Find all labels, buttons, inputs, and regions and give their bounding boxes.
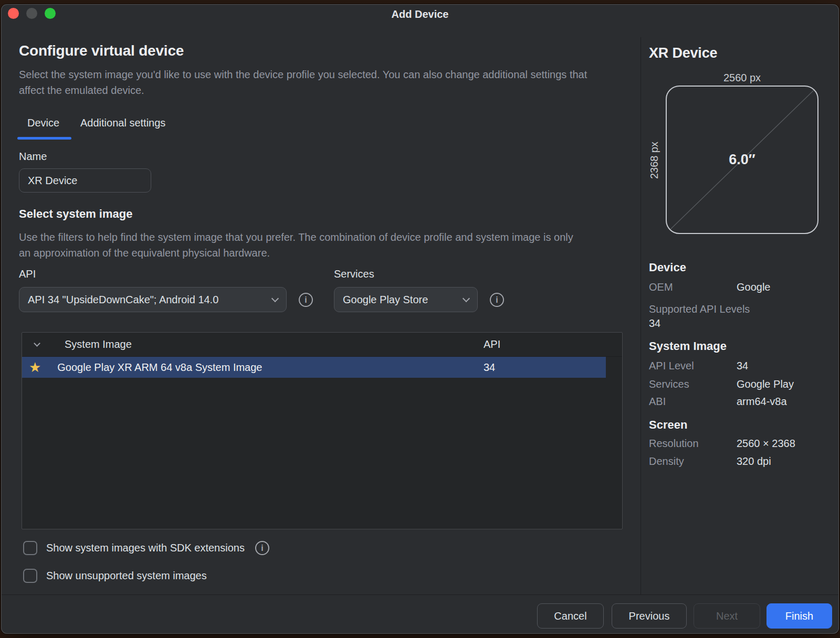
system-image-api: 34	[484, 361, 495, 374]
unsupported-images-row: Show unsupported system images	[23, 569, 207, 583]
screen-diagonal-size: 6.0″	[667, 152, 817, 168]
screen-height-label: 2368 px	[648, 141, 660, 180]
services-dropdown[interactable]: Google Play Store	[334, 287, 478, 312]
finish-button[interactable]: Finish	[766, 603, 832, 629]
chevron-down-icon	[463, 294, 470, 302]
screen-width-label: 2560 px	[666, 72, 818, 84]
page-description: Select the system image you'd like to us…	[19, 67, 591, 98]
name-input[interactable]: XR Device	[19, 168, 151, 193]
api-level-label: API Level	[649, 360, 694, 372]
column-header-system-image: System Image	[65, 338, 132, 350]
supported-api-value: 34	[649, 317, 660, 329]
chevron-down-icon	[271, 294, 279, 302]
screen-diagram: 6.0″	[666, 86, 818, 234]
abi-label: ABI	[649, 396, 666, 408]
services-dropdown-value: Google Play Store	[343, 294, 428, 306]
system-image-name: Google Play XR ARM 64 v8a System Image	[57, 361, 262, 374]
footer-divider	[2, 594, 838, 595]
services-info-icon[interactable]: i	[490, 293, 504, 307]
screen-section-heading: Screen	[649, 418, 687, 432]
tab-device[interactable]: Device	[27, 117, 59, 129]
device-preview-title: XR Device	[649, 45, 717, 61]
services-detail-value: Google Play	[737, 378, 794, 390]
unsupported-images-label: Show unsupported system images	[46, 570, 207, 582]
resolution-value: 2560 × 2368	[737, 438, 795, 450]
panel-divider	[640, 37, 641, 594]
table-row[interactable]: ★ Google Play XR ARM 64 v8a System Image…	[22, 357, 606, 378]
api-info-icon[interactable]: i	[299, 293, 313, 307]
previous-button[interactable]: Previous	[612, 603, 687, 629]
add-device-dialog: Add Device Configure virtual device Sele…	[1, 4, 839, 634]
api-dropdown-value: API 34 "UpsideDownCake"; Android 14.0	[28, 294, 218, 306]
system-image-table: System Image API ★ Google Play XR ARM 64…	[22, 332, 623, 529]
supported-api-label: Supported API Levels	[649, 303, 750, 315]
table-header-row: System Image API	[22, 333, 622, 357]
resolution-label: Resolution	[649, 438, 699, 450]
unsupported-images-checkbox[interactable]	[23, 569, 37, 583]
page-title: Configure virtual device	[19, 42, 184, 59]
oem-value: Google	[737, 281, 771, 293]
sdk-extensions-info-icon[interactable]: i	[255, 541, 269, 555]
api-level-value: 34	[737, 360, 748, 372]
next-button[interactable]: Next	[694, 603, 760, 629]
sdk-extensions-label: Show system images with SDK extensions	[46, 542, 245, 554]
cancel-button[interactable]: Cancel	[537, 603, 604, 629]
sdk-extensions-checkbox[interactable]	[23, 541, 37, 555]
tab-additional-settings[interactable]: Additional settings	[80, 117, 165, 129]
collapse-group-chevron-icon[interactable]	[34, 340, 40, 347]
abi-value: arm64-v8a	[737, 396, 787, 408]
density-value: 320 dpi	[737, 455, 771, 467]
api-dropdown[interactable]: API 34 "UpsideDownCake"; Android 14.0	[19, 287, 287, 312]
api-filter-label: API	[19, 268, 36, 280]
density-label: Density	[649, 455, 684, 467]
sdk-extensions-row: Show system images with SDK extensions i	[23, 541, 269, 555]
system-image-section-title: Select system image	[19, 207, 132, 221]
oem-label: OEM	[649, 281, 673, 293]
system-image-details-heading: System Image	[649, 339, 727, 353]
window-title: Add Device	[2, 8, 838, 20]
star-icon[interactable]: ★	[29, 360, 41, 374]
column-header-api: API	[484, 338, 500, 350]
active-tab-indicator	[17, 137, 71, 140]
name-label: Name	[19, 151, 47, 163]
services-filter-label: Services	[334, 268, 374, 280]
services-detail-label: Services	[649, 378, 689, 390]
system-image-section-description: Use the filters to help find the system …	[19, 229, 586, 261]
device-section-heading: Device	[649, 261, 686, 274]
name-input-value: XR Device	[28, 175, 77, 187]
